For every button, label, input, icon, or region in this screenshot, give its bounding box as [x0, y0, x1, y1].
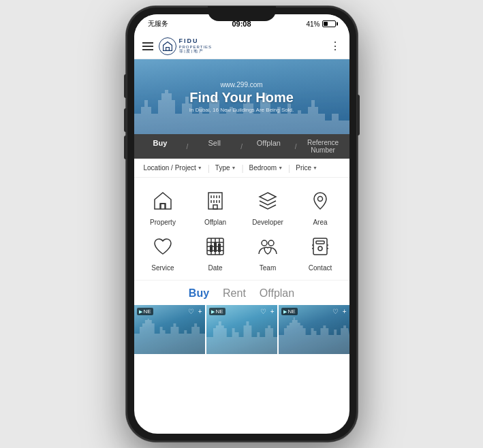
hero-url: www.299.com	[189, 81, 294, 89]
search-tabs: Buy / Sell / Offplan / Reference Number	[134, 134, 349, 159]
building-silhouette-1	[134, 313, 205, 354]
phone-wrapper: 无服务 09:08 41%	[126, 6, 358, 442]
icon-item-contact[interactable]: Contact	[297, 231, 344, 272]
hero-subtitle: In Dubai, 16 New Buildings Are Being Sol…	[189, 107, 294, 113]
heart-icon-2: ♡	[260, 308, 266, 315]
logo-sub2: 菲 | 度 | 地 产	[179, 49, 213, 54]
chevron-down-icon: ▼	[278, 165, 283, 170]
screen: 无服务 09:08 41%	[134, 14, 349, 434]
contact-label: Contact	[309, 264, 332, 272]
tab-reference[interactable]: Reference Number	[297, 134, 349, 159]
listing-badge-label-3: NE	[288, 308, 296, 315]
svg-rect-12	[213, 205, 217, 209]
listing-item-3[interactable]: ▶ NE ♡ +	[279, 305, 349, 354]
service-label: Service	[151, 264, 174, 272]
tab-buy[interactable]: Buy	[134, 134, 187, 159]
icon-item-area[interactable]: Area	[297, 186, 344, 226]
filter-location[interactable]: Location / Project ▼	[140, 162, 206, 174]
tab-offplan[interactable]: Offplan	[243, 134, 295, 159]
chevron-down-icon: ▼	[198, 165, 202, 170]
listing-item-1[interactable]: ▶ NE ♡ +	[134, 305, 206, 354]
location-icon	[309, 190, 331, 212]
listing-badge-label-2: NE	[216, 308, 223, 315]
battery-fill	[324, 22, 328, 26]
icon-item-developer[interactable]: Developer	[245, 186, 292, 226]
contact-icon	[309, 236, 331, 257]
heart-icon-1: ♡	[188, 308, 194, 315]
filter-type[interactable]: Type ▼	[211, 162, 240, 174]
building-silhouette-3	[279, 313, 349, 354]
logo-emblem-icon	[162, 41, 173, 52]
filter-bedroom-label: Bedroom	[249, 164, 277, 172]
listing-item-2[interactable]: ▶ NE ♡ +	[206, 305, 279, 354]
svg-rect-23	[214, 242, 217, 252]
team-icon-box	[253, 231, 283, 261]
hamburger-button[interactable]	[142, 42, 153, 50]
battery-percent: 41%	[306, 20, 320, 28]
svg-marker-13	[260, 193, 276, 201]
offplan-label: Offplan	[204, 219, 226, 226]
notch	[208, 6, 276, 21]
property-tabs: Buy Rent Offplan	[134, 280, 349, 305]
icon-item-service[interactable]: Service	[140, 231, 187, 272]
logo-circle	[159, 37, 176, 55]
offplan-icon-box	[200, 186, 230, 216]
area-icon-box	[305, 186, 335, 216]
filter-location-label: Location / Project	[144, 164, 196, 172]
plus-icon-1: +	[198, 308, 202, 315]
icon-item-offplan[interactable]: Offplan	[192, 186, 239, 226]
svg-point-26	[268, 240, 274, 246]
svg-point-25	[262, 240, 267, 246]
service-icon-box	[148, 231, 178, 261]
svg-rect-22	[210, 245, 213, 252]
phone-frame: 无服务 09:08 41%	[126, 6, 358, 442]
chevron-down-icon: ▼	[313, 165, 317, 170]
svg-point-14	[318, 197, 323, 202]
hero-content: www.299.com Find Your Home In Dubai, 16 …	[189, 81, 294, 113]
date-icon-box	[200, 231, 230, 261]
signal-text: 无服务	[148, 19, 168, 29]
icon-item-date[interactable]: Date	[192, 231, 239, 272]
battery-icon	[322, 20, 336, 27]
svg-marker-35	[206, 321, 277, 354]
heart-icon	[152, 236, 174, 257]
property-icon-box	[148, 186, 178, 216]
logo-main: FIDU	[179, 38, 213, 45]
plus-icon-2: +	[270, 308, 275, 315]
tab-sell[interactable]: Sell	[188, 134, 240, 159]
filter-price[interactable]: Price ▼	[292, 162, 322, 174]
listings-row: ▶ NE ♡ + ▶ NE ♡	[134, 305, 349, 354]
filter-bar: Location / Project ▼ | Type ▼ | Bedroom …	[134, 159, 349, 178]
navbar-more-button[interactable]: ⋮	[330, 39, 341, 52]
hero-title: Find Your Home	[189, 90, 294, 106]
date-label: Date	[208, 264, 222, 272]
property-tab-offplan[interactable]: Offplan	[260, 287, 294, 300]
listing-badge-label-1: NE	[144, 308, 151, 315]
logo-area: FIDU PROPERTIES 菲 | 度 | 地 产	[159, 37, 213, 55]
team-icon	[257, 236, 279, 257]
layers-icon	[257, 190, 279, 212]
battery-area: 41%	[306, 20, 335, 28]
svg-marker-34	[134, 319, 205, 354]
building-silhouette-2	[206, 313, 277, 354]
svg-rect-0	[166, 47, 169, 50]
property-tab-buy[interactable]: Buy	[189, 287, 209, 300]
plus-icon-3: +	[343, 308, 347, 315]
home-icon	[152, 190, 174, 212]
developer-label: Developer	[252, 219, 283, 226]
property-tab-rent[interactable]: Rent	[223, 287, 246, 300]
icon-item-team[interactable]: Team	[245, 231, 292, 272]
svg-rect-2	[161, 204, 165, 209]
property-label: Property	[150, 219, 176, 226]
chart-icon	[204, 236, 226, 257]
svg-marker-36	[279, 317, 349, 354]
svg-rect-24	[218, 244, 221, 252]
building-icon	[204, 190, 226, 212]
heart-icon-3: ♡	[332, 308, 339, 315]
logo-text: FIDU PROPERTIES 菲 | 度 | 地 产	[179, 38, 213, 54]
filter-bedroom[interactable]: Bedroom ▼	[245, 162, 287, 174]
filter-type-label: Type	[215, 164, 230, 172]
icon-item-property[interactable]: Property	[140, 186, 187, 226]
navbar: FIDU PROPERTIES 菲 | 度 | 地 产 ⋮	[134, 33, 349, 59]
svg-point-29	[318, 246, 322, 251]
